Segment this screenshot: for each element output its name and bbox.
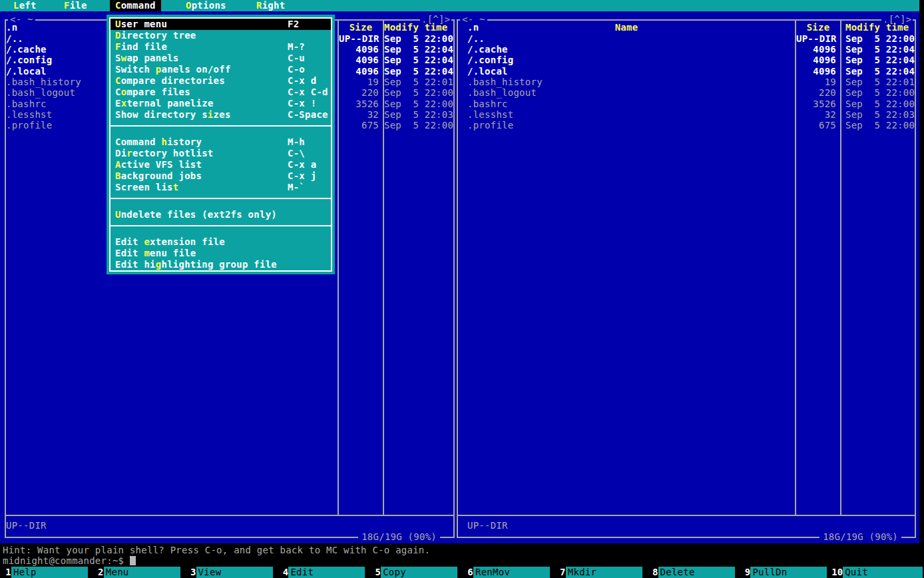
menubar-item-post: ile: [70, 0, 87, 11]
menu-item-pre: Switch: [115, 64, 156, 75]
file-row-cache-name[interactable]: /.cache: [467, 44, 508, 55]
menu-item-pre: Edit hi: [115, 259, 156, 270]
menu-item-hotkey: i: [208, 109, 214, 120]
menubar-item-hotkey: R: [256, 0, 262, 11]
file-row-local-size: 4096: [796, 66, 836, 77]
menu-item-swap-panels[interactable]: Swap panelsC-u: [111, 53, 331, 64]
fkey-6-renmov[interactable]: 6RenMov: [462, 567, 555, 578]
menu-item-undelete-files-ext2fs-only[interactable]: Undelete files (ext2fs only): [111, 209, 331, 220]
fkey-7-mkdir[interactable]: 7Mkdir: [555, 567, 647, 578]
menu-item-post: ctive VFS list: [121, 159, 202, 170]
file-row--size: UP--DIR: [796, 33, 836, 45]
menu-item-compare-files[interactable]: Compare filesC-x C-d: [111, 87, 331, 98]
fkey-2-menu[interactable]: 2Menu: [93, 567, 185, 578]
menu-item-shortcut: C-x C-d: [288, 87, 328, 98]
file-row-cache-mtime: Sep 5 22:04: [845, 44, 915, 55]
mtime-column-header[interactable]: Modify time: [845, 22, 909, 33]
fkey-1-help[interactable]: 1Help: [0, 567, 93, 578]
menu-item-active-vfs-list[interactable]: Active VFS listC-x a: [111, 159, 331, 170]
menubar-item-post: ight: [262, 0, 286, 11]
prompt-cursor: [130, 556, 136, 565]
menu-item-pre: Edit: [115, 248, 144, 258]
fkey-9-pulldn[interactable]: 9PullDn: [739, 567, 831, 578]
mini-status-separator: [458, 515, 915, 516]
fkey-3-view[interactable]: 3View: [185, 567, 278, 578]
menu-item-pre: Di: [115, 148, 126, 158]
menu-item-screen-list[interactable]: Screen listM-`: [111, 182, 331, 193]
menu-item-shortcut: M-?: [288, 41, 305, 53]
command-prompt[interactable]: midnight@commander:~$: [3, 555, 136, 567]
menu-item-shortcut: C-x a: [288, 159, 316, 170]
prompt-text: midnight@commander:~$: [3, 555, 124, 566]
file-row-lesshst-size: 32: [796, 109, 836, 121]
menu-item-hotkey: e: [144, 236, 150, 247]
menu-item-compare-directories[interactable]: Compare directoriesC-x d: [111, 75, 331, 87]
fkey-label: Delete: [658, 567, 735, 578]
menu-item-pre: C: [115, 87, 121, 97]
column-separator: [840, 21, 841, 515]
menu-item-switch-panels-on-off[interactable]: Switch panels on/offC-o: [111, 64, 331, 75]
file-row-bash-logout-name[interactable]: .bash_logout: [467, 87, 537, 99]
menubar-item-right[interactable]: Right: [256, 0, 285, 11]
file-row-bash-history-size: 19: [796, 77, 836, 88]
menu-item-edit-menu-file[interactable]: Edit menu file: [111, 248, 331, 259]
menu-item-post: ompare directories: [121, 75, 225, 86]
menu-item-post: hlighting group file: [161, 259, 277, 270]
menu-item-post: irectory tree: [121, 30, 196, 41]
fkey-label: Copy: [381, 567, 457, 578]
menu-item-directory-hotlist[interactable]: Directory hotlistC-\: [111, 148, 331, 159]
menu-item-hotkey: B: [115, 170, 121, 181]
file-row--name[interactable]: /..: [467, 33, 485, 45]
fkey-label: Edit: [288, 567, 365, 578]
menu-item-show-directory-sizes[interactable]: Show directory sizesC-Space: [111, 109, 331, 121]
menu-separator-line: [111, 125, 331, 127]
menu-item-post: zes: [214, 109, 231, 120]
file-row-bash-history-name[interactable]: .bash_history: [467, 77, 543, 88]
fkey-number: 9: [739, 567, 750, 578]
menu-item-post: xtension file: [150, 236, 225, 247]
menu-item-shortcut: C-u: [288, 53, 305, 64]
fkey-10-quit[interactable]: 10Quit: [831, 567, 924, 578]
menubar-item-post: ptions: [192, 0, 226, 11]
menu-item-edit-highlighting-group-file[interactable]: Edit highlighting group file: [111, 259, 331, 270]
fkey-label: Help: [11, 567, 88, 578]
menu-item-hotkey: U: [115, 19, 121, 29]
file-row--mtime: Sep 5 22:00: [845, 33, 915, 45]
menu-item-directory-tree[interactable]: Directory tree: [111, 30, 331, 41]
menu-item-edit-extension-file[interactable]: Edit extension file: [111, 236, 331, 248]
menubar-item-options[interactable]: Options: [186, 0, 226, 11]
command-menu-inner: User menuF2Directory treeFind fileM-?Swa…: [109, 17, 332, 272]
fkey-number: 10: [831, 567, 843, 578]
menu-item-hotkey: m: [144, 248, 150, 258]
fkey-8-delete[interactable]: 8Delete: [647, 567, 740, 578]
menu-item-hotkey: F: [115, 41, 121, 52]
file-row-bashrc-name[interactable]: .bashrc: [467, 99, 508, 110]
fkey-4-edit[interactable]: 4Edit: [277, 567, 369, 578]
fkey-5-copy[interactable]: 5Copy: [369, 567, 462, 578]
fkey-number: 8: [647, 567, 658, 578]
menubar-item-command[interactable]: Command: [110, 0, 161, 11]
menubar-item-left[interactable]: Left: [13, 0, 37, 11]
function-key-bar: 1Help2Menu3View4Edit5Copy6RenMov7Mkdir8D…: [0, 567, 924, 578]
file-row-config-name[interactable]: /.config: [467, 55, 513, 66]
menu-item-hotkey: r: [126, 148, 132, 158]
menu-item-find-file[interactable]: Find fileM-?: [111, 41, 331, 53]
menubar-item-file[interactable]: File: [64, 0, 87, 11]
menu-item-post: ectory hotlist: [132, 148, 214, 158]
file-row-config-size: 4096: [796, 55, 836, 66]
menu-item-user-menu[interactable]: User menuF2: [111, 19, 331, 30]
size-column-header[interactable]: Size: [796, 22, 840, 33]
file-row-profile-name[interactable]: .profile: [467, 120, 513, 131]
menu-item-command-history[interactable]: Command historyM-h: [111, 137, 331, 148]
menu-separator: [111, 125, 331, 137]
menu-item-external-panelize[interactable]: External panelizeC-x !: [111, 98, 331, 109]
menu-item-post: anels on/off: [161, 64, 230, 75]
menubar-item-post: eft: [19, 0, 37, 11]
file-row-local-name[interactable]: /.local: [467, 66, 508, 77]
menu-item-background-jobs[interactable]: Background jobsC-x j: [111, 170, 331, 182]
menu-item-pre: S: [115, 53, 121, 63]
file-row-bash-logout-size: 220: [796, 87, 836, 99]
menu-item-hotkey: U: [115, 209, 121, 220]
file-row-lesshst-name[interactable]: .lesshst: [467, 109, 513, 121]
name-column-header[interactable]: Name: [458, 22, 795, 33]
